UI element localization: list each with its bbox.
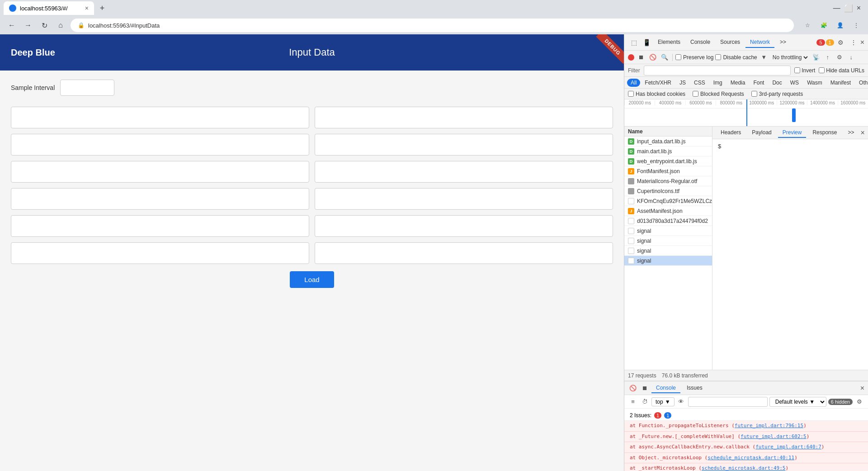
type-tab-other[interactable]: Other [855, 79, 868, 87]
request-close-btn[interactable]: × [860, 129, 864, 137]
profile-icon[interactable]: 👤 [834, 19, 846, 32]
devtools-pointer-icon[interactable]: ⬚ [628, 37, 640, 48]
console-sidebar-icon[interactable]: ≡ [628, 397, 638, 407]
list-item[interactable]: D main.dart.lib.js [624, 146, 712, 156]
form-field-11[interactable] [11, 242, 309, 264]
type-tab-wasm[interactable]: Wasm [803, 79, 826, 87]
menu-icon[interactable]: ⋮ [850, 19, 863, 32]
list-item[interactable]: MaterialIcons-Regular.otf [624, 176, 712, 186]
hide-data-urls-checkbox[interactable]: Hide data URLs [819, 67, 864, 74]
has-blocked-cookies-input[interactable] [628, 91, 634, 97]
third-party-cb[interactable]: 3rd-party requests [751, 91, 803, 97]
disable-cache-input[interactable] [715, 54, 721, 60]
type-tab-css[interactable]: CSS [690, 79, 709, 87]
type-tab-fetch[interactable]: Fetch/XHR [641, 79, 675, 87]
list-item[interactable]: KFOmCnqEu92Fr1Me5WZLCz [624, 196, 712, 206]
list-item[interactable]: d013d780a3d17a244794f0d2 [624, 216, 712, 226]
download-icon[interactable]: ↓ [846, 52, 856, 62]
type-tab-ws[interactable]: WS [787, 79, 802, 87]
devtools-settings-icon[interactable]: ⚙ [835, 37, 847, 48]
type-tab-media[interactable]: Media [727, 79, 749, 87]
form-field-7[interactable] [11, 188, 309, 210]
form-field-10[interactable] [315, 215, 613, 237]
tab-response[interactable]: Response [808, 128, 841, 138]
form-field-12[interactable] [315, 242, 613, 264]
error-link-3[interactable]: future_impl.dart:640:7 [755, 444, 821, 450]
sample-interval-input[interactable] [60, 80, 114, 96]
tab-sources[interactable]: Sources [716, 37, 745, 48]
third-party-input[interactable] [751, 91, 757, 97]
hide-data-urls-input[interactable] [819, 67, 825, 73]
search-icon[interactable]: 🔍 [660, 52, 670, 62]
extensions-icon[interactable]: 🧩 [817, 19, 830, 32]
console-eye-icon[interactable]: 👁 [676, 397, 686, 407]
type-tab-all[interactable]: All [627, 79, 640, 87]
browser-tab[interactable]: localhost:55963/#/ × [4, 1, 94, 15]
url-input[interactable]: 🔒 localhost:55963/#InputData [71, 19, 794, 32]
error-link-2[interactable]: future_impl.dart:602:5 [741, 433, 807, 439]
console-stop-icon[interactable]: ⏹ [640, 383, 650, 393]
type-tab-font[interactable]: Font [750, 79, 768, 87]
tab-network[interactable]: Network [745, 37, 774, 48]
list-item[interactable]: D input_data.dart.lib.js [624, 137, 712, 146]
clear-icon[interactable]: 🚫 [648, 52, 658, 62]
form-field-4[interactable] [315, 134, 613, 155]
devtools-more-icon[interactable]: ⋮ [848, 37, 859, 48]
upload-icon[interactable]: ↑ [823, 52, 833, 62]
console-close-btn[interactable]: × [860, 384, 864, 392]
forward-btn[interactable]: → [22, 19, 34, 32]
maximize-btn[interactable]: ⬜ [844, 4, 853, 13]
console-level-select[interactable]: Default levels ▼ [769, 397, 826, 407]
invert-input[interactable] [794, 67, 800, 73]
preserve-log-input[interactable] [675, 54, 681, 60]
form-field-9[interactable] [11, 215, 309, 237]
offline-icon[interactable]: 📡 [811, 52, 821, 62]
settings-icon[interactable]: ⚙ [835, 52, 844, 62]
console-clear-icon[interactable]: 🚫 [628, 383, 638, 393]
list-item[interactable]: signal [624, 226, 712, 236]
form-field-1[interactable] [11, 107, 309, 128]
disable-cache-checkbox[interactable]: Disable cache [715, 54, 757, 61]
filter-input[interactable] [644, 66, 791, 75]
tab-elements[interactable]: Elements [653, 37, 685, 48]
form-field-8[interactable] [315, 188, 613, 210]
close-btn[interactable]: × [857, 4, 861, 12]
home-btn[interactable]: ⌂ [54, 19, 67, 32]
preserve-log-checkbox[interactable]: Preserve log [675, 54, 713, 61]
console-stopwatch-icon[interactable]: ⏱ [640, 397, 650, 407]
tab-payload[interactable]: Payload [747, 128, 776, 138]
has-blocked-cookies-cb[interactable]: Has blocked cookies [628, 91, 685, 97]
error-link-4[interactable]: schedule_microtask.dart:40:11 [708, 455, 794, 461]
bookmark-icon[interactable]: ☆ [801, 19, 814, 32]
form-field-3[interactable] [11, 134, 309, 155]
tab-more[interactable]: >> [843, 128, 859, 138]
record-btn[interactable] [628, 54, 634, 61]
list-item[interactable]: signal [624, 236, 712, 246]
new-tab-button[interactable]: + [96, 2, 108, 14]
devtools-responsive-icon[interactable]: 📱 [641, 37, 652, 48]
list-item[interactable]: signal [624, 246, 712, 256]
throttling-select[interactable]: No throttling [771, 54, 809, 61]
tab-more[interactable]: >> [775, 37, 791, 48]
throttling-dropdown-icon[interactable]: ▼ [759, 52, 769, 62]
type-tab-doc[interactable]: Doc [769, 79, 785, 87]
list-item-selected[interactable]: signal [624, 256, 712, 266]
console-tab-console[interactable]: Console [651, 383, 680, 393]
type-tab-js[interactable]: JS [676, 79, 689, 87]
back-btn[interactable]: ← [5, 19, 18, 32]
error-link-1[interactable]: future_impl.dart:796:15 [735, 423, 803, 429]
list-item[interactable]: J FontManifest.json [624, 166, 712, 176]
type-tab-img[interactable]: Img [710, 79, 726, 87]
minimize-btn[interactable]: — [833, 4, 840, 12]
tab-close-btn[interactable]: × [85, 5, 89, 12]
blocked-requests-cb[interactable]: Blocked Requests [693, 91, 744, 97]
console-tab-issues[interactable]: Issues [682, 383, 707, 393]
error-link-5[interactable]: schedule_microtask.dart:49:5 [702, 465, 785, 471]
refresh-btn[interactable]: ↻ [38, 19, 51, 32]
blocked-requests-input[interactable] [693, 91, 698, 97]
list-item[interactable]: D web_entrypoint.dart.lib.js [624, 156, 712, 166]
load-button[interactable]: Load [290, 271, 334, 288]
form-field-5[interactable] [11, 161, 309, 183]
devtools-close-btn[interactable]: × [860, 38, 864, 47]
list-item[interactable]: J AssetManifest.json [624, 206, 712, 216]
